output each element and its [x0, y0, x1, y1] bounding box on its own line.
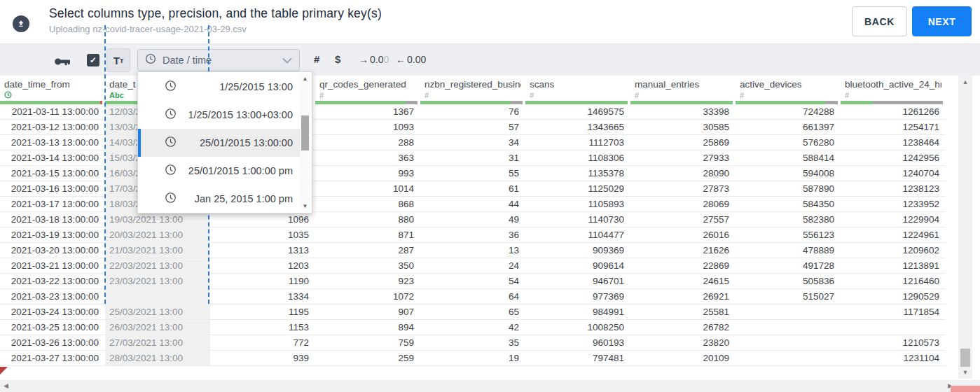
- cell[interactable]: 27873: [630, 181, 736, 197]
- cell[interactable]: 1238123: [841, 181, 946, 197]
- cell[interactable]: 2021-03-27 13:00:00: [0, 351, 105, 366]
- cell[interactable]: 1242956: [841, 150, 946, 166]
- cell[interactable]: 13: [420, 243, 525, 258]
- cell[interactable]: 1233952: [841, 197, 946, 212]
- cell[interactable]: 1343665: [525, 120, 630, 135]
- cell[interactable]: 584350: [736, 197, 841, 212]
- nullable-checkbox[interactable]: ✓: [87, 54, 99, 66]
- cell[interactable]: 939: [210, 351, 315, 366]
- cell[interactable]: 27/03/2021 13:00: [105, 335, 210, 351]
- cell[interactable]: 26016: [630, 227, 736, 243]
- cell[interactable]: 2021-03-26 13:00:00: [0, 335, 105, 351]
- cell[interactable]: 1209602: [841, 243, 946, 258]
- column-header[interactable]: active_devices#: [736, 76, 841, 101]
- cell[interactable]: 288: [315, 135, 420, 150]
- primary-key-icon[interactable]: [55, 56, 70, 69]
- cell[interactable]: 2021-03-18 13:00:00: [0, 212, 105, 227]
- cell[interactable]: 907: [315, 304, 420, 320]
- cell[interactable]: 26921: [630, 289, 736, 304]
- decrease-precision-button[interactable]: ←0.00: [396, 54, 426, 65]
- cell[interactable]: 28090: [630, 166, 736, 181]
- cell[interactable]: 42: [420, 320, 525, 335]
- date-format-option[interactable]: 25/01/2015 1:00:00 pm: [138, 157, 301, 185]
- scroll-down-icon[interactable]: ▼: [958, 369, 972, 376]
- cell[interactable]: 64: [420, 289, 525, 304]
- date-format-option[interactable]: 25/01/2015 13:00:00: [138, 129, 301, 157]
- column-header[interactable]: nzbn_registered_busine#: [420, 76, 525, 101]
- cell[interactable]: 1334: [210, 289, 315, 304]
- cell[interactable]: 1014: [315, 181, 420, 197]
- cell[interactable]: [841, 320, 946, 335]
- cell[interactable]: 1290529: [841, 289, 946, 304]
- cell[interactable]: 24: [420, 258, 525, 274]
- cell[interactable]: 880: [315, 212, 420, 227]
- cell[interactable]: 25869: [630, 135, 736, 150]
- cell[interactable]: 33398: [630, 104, 736, 120]
- cell[interactable]: 587890: [736, 181, 841, 197]
- cell[interactable]: 24615: [630, 274, 736, 289]
- column-header[interactable]: scans#: [525, 76, 630, 101]
- date-format-option[interactable]: Jan 25, 2015 1:00 pm: [138, 185, 301, 213]
- cell[interactable]: 20109: [630, 351, 736, 366]
- cell[interactable]: 259: [315, 351, 420, 366]
- cell[interactable]: 977369: [525, 289, 630, 304]
- cell[interactable]: 588414: [736, 150, 841, 166]
- cell[interactable]: 57: [420, 120, 525, 135]
- cell[interactable]: 54: [420, 274, 525, 289]
- cell[interactable]: 1210573: [841, 335, 946, 351]
- cell[interactable]: 2021-03-11 13:00:00: [0, 104, 105, 120]
- cell[interactable]: 993: [315, 166, 420, 181]
- cell[interactable]: 25581: [630, 304, 736, 320]
- next-button[interactable]: NEXT: [912, 6, 972, 36]
- cell[interactable]: 1135378: [525, 166, 630, 181]
- date-format-option[interactable]: 1/25/2015 13:00: [138, 73, 301, 101]
- cell[interactable]: 1261266: [841, 104, 946, 120]
- cell[interactable]: 2021-03-25 13:00:00: [0, 320, 105, 335]
- cell[interactable]: 909369: [525, 243, 630, 258]
- text-format-button[interactable]: Tт: [106, 48, 130, 72]
- scroll-left-icon[interactable]: ◀: [4, 382, 8, 389]
- cell[interactable]: 661397: [736, 120, 841, 135]
- cell[interactable]: 2021-03-13 13:00:00: [0, 135, 105, 150]
- column-header[interactable]: qr_codes_generated#: [315, 76, 420, 101]
- column-type-select[interactable]: Date / time: [137, 49, 300, 71]
- cell[interactable]: 1367: [315, 104, 420, 120]
- cell[interactable]: [736, 320, 841, 335]
- cell[interactable]: 21/03/2021 13:00: [105, 243, 210, 258]
- cell[interactable]: 759: [315, 335, 420, 351]
- cell[interactable]: 1096: [210, 212, 315, 227]
- cell[interactable]: 21626: [630, 243, 736, 258]
- dropdown-scrollbar[interactable]: ▲ ▼: [300, 74, 310, 211]
- scroll-up-icon[interactable]: ▲: [958, 78, 972, 85]
- column-header[interactable]: manual_entries#: [630, 76, 736, 101]
- cell[interactable]: [736, 304, 841, 320]
- cell[interactable]: 25/03/2021 13:00: [105, 304, 210, 320]
- cell[interactable]: 363: [315, 150, 420, 166]
- column-header[interactable]: bluetooth_active_24_hr_#: [841, 76, 946, 101]
- cell[interactable]: 946701: [525, 274, 630, 289]
- cell[interactable]: 30585: [630, 120, 736, 135]
- cell[interactable]: 2021-03-21 13:00:00: [0, 258, 105, 274]
- cell[interactable]: 1072: [315, 289, 420, 304]
- cell[interactable]: 505836: [736, 274, 841, 289]
- cell[interactable]: 65: [420, 304, 525, 320]
- cell[interactable]: 36: [420, 227, 525, 243]
- cell[interactable]: 49: [420, 212, 525, 227]
- cell[interactable]: 1108306: [525, 150, 630, 166]
- cell[interactable]: 1093: [315, 120, 420, 135]
- cell[interactable]: 2021-03-14 13:00:00: [0, 150, 105, 166]
- scroll-up-icon[interactable]: ▲: [300, 76, 310, 82]
- cell[interactable]: 1231104: [841, 351, 946, 366]
- cell[interactable]: 960193: [525, 335, 630, 351]
- cell[interactable]: 350: [315, 258, 420, 274]
- cell[interactable]: 28/03/2021 13:00: [105, 351, 210, 366]
- cell[interactable]: 2021-03-15 13:00:00: [0, 166, 105, 181]
- cell[interactable]: 34: [420, 135, 525, 150]
- cell[interactable]: 2021-03-17 13:00:00: [0, 197, 105, 212]
- cell[interactable]: 19/03/2021 13:00: [105, 212, 210, 227]
- cell[interactable]: 2021-03-20 13:00:00: [0, 243, 105, 258]
- cell[interactable]: 31: [420, 150, 525, 166]
- cell[interactable]: 1213891: [841, 258, 946, 274]
- cell[interactable]: 2021-03-19 13:00:00: [0, 227, 105, 243]
- column-header[interactable]: date_time_from: [0, 76, 105, 101]
